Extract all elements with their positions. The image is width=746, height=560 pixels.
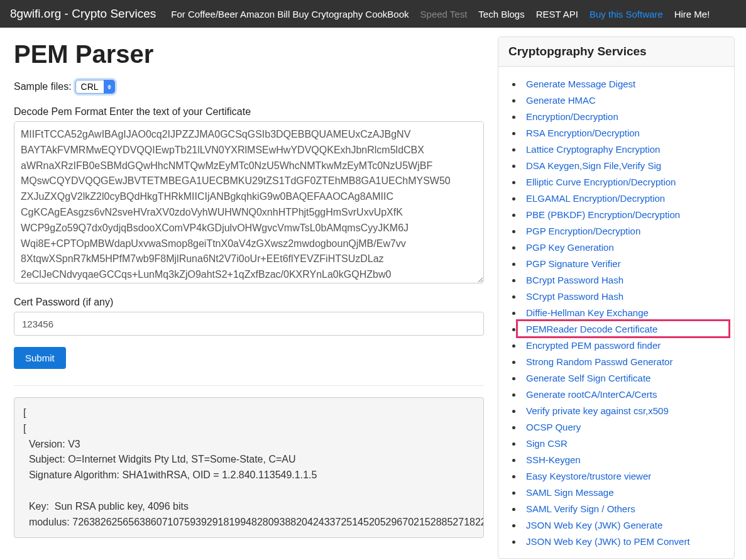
sample-files-row: Sample files: CRL	[14, 80, 484, 94]
divider	[14, 385, 484, 386]
sidebar-link[interactable]: PBE (PBKDF) Encryption/Decryption	[526, 209, 680, 220]
sidebar-link[interactable]: SCrypt Password Hash	[526, 291, 623, 302]
navbar-item-3[interactable]: REST API	[536, 9, 578, 19]
sidebar-item: Generate Self Sign Certificate	[517, 370, 729, 386]
output-box: [ [ Version: V3 Subject: O=Internet Widg…	[14, 397, 484, 538]
navbar-items: For Coffee/Beer Amazon Bill Buy Crytogra…	[171, 9, 736, 19]
sidebar-item: Lattice Cryptography Encryption	[517, 141, 729, 157]
sidebar-link[interactable]: OCSP Query	[526, 422, 581, 432]
page-title: PEM Parser	[14, 40, 484, 69]
sidebar-link[interactable]: ELGAMAL Encryption/Decryption	[526, 193, 665, 204]
sidebar-item: PEMReader Decode Certificate	[517, 321, 729, 337]
sidebar-item: Encrypted PEM password finder	[517, 337, 729, 353]
sidebar-link[interactable]: Strong Random Passwd Generator	[526, 356, 672, 367]
navbar-item-0[interactable]: For Coffee/Beer Amazon Bill Buy Crytogra…	[171, 9, 409, 19]
sidebar-item: OCSP Query	[517, 419, 729, 435]
sidebar-item: Generate Message Digest	[517, 75, 729, 92]
crypto-services-list: Generate Message DigestGenerate HMACEncr…	[498, 67, 734, 558]
sidebar-item: SAML Sign Message	[517, 484, 729, 500]
crypto-services-panel: Cryptopgraphy Services Generate Message …	[498, 36, 735, 559]
sidebar-item: RSA Encryption/Decryption	[517, 124, 729, 141]
sidebar-link[interactable]: Lattice Cryptography Encryption	[526, 144, 660, 155]
sidebar-item: Generate HMAC	[517, 92, 729, 108]
sidebar-link[interactable]: Encrypted PEM password finder	[526, 340, 661, 351]
cert-password-input[interactable]	[14, 312, 484, 336]
sidebar-item: Verify private key against csr,x509	[517, 402, 729, 419]
sidebar-item: PBE (PBKDF) Encryption/Decryption	[517, 206, 729, 222]
sidebar-item: Diffie-Hellman Key Exchange	[517, 304, 729, 321]
sidebar-link[interactable]: JSON Web Key (JWK) Generate	[526, 520, 662, 530]
sidebar: Cryptopgraphy Services Generate Message …	[498, 28, 746, 560]
sidebar-item: PGP Encryption/Decryption	[517, 222, 729, 239]
sidebar-link[interactable]: DSA Keygen,Sign File,Verify Sig	[526, 160, 661, 171]
sidebar-item: Generate rootCA/InterCA/Certs	[517, 386, 729, 402]
sidebar-item: Easy Keystore/trustore viewer	[517, 468, 729, 484]
sidebar-link[interactable]: BCrypt Password Hash	[526, 275, 623, 285]
sidebar-link[interactable]: Generate Self Sign Certificate	[526, 373, 650, 383]
sidebar-link[interactable]: PEMReader Decode Certificate	[526, 324, 657, 334]
sidebar-item: PGP Signature Verifier	[517, 255, 729, 272]
sidebar-link[interactable]: Encryption/Decryption	[526, 111, 618, 122]
sidebar-link[interactable]: SAML Verify Sign / Others	[526, 503, 635, 514]
sidebar-item: JSON Web Key (JWK) to PEM Convert	[517, 533, 729, 549]
navbar: 8gwifi.org - Crypto Services For Coffee/…	[0, 0, 746, 28]
cert-password-label: Cert Password (if any)	[14, 297, 484, 308]
sidebar-item: SSH-Keygen	[517, 451, 729, 468]
sidebar-item: ELGAMAL Encryption/Decryption	[517, 190, 729, 206]
crypto-services-header: Cryptopgraphy Services	[498, 37, 734, 67]
sidebar-item: Elliptic Curve Encryption/Decryption	[517, 173, 729, 190]
sidebar-link[interactable]: SSH-Keygen	[526, 454, 581, 465]
main-content: PEM Parser Sample files: CRL Decode Pem …	[0, 28, 498, 560]
sidebar-link[interactable]: Diffie-Hellman Key Exchange	[526, 307, 649, 318]
navbar-brand[interactable]: 8gwifi.org - Crypto Services	[10, 7, 156, 21]
sidebar-item: BCrypt Password Hash	[517, 272, 729, 288]
sidebar-item: SCrypt Password Hash	[517, 288, 729, 304]
sidebar-link[interactable]: Verify private key against csr,x509	[526, 405, 669, 416]
navbar-item-2[interactable]: Tech Blogs	[478, 9, 524, 19]
navbar-item-4[interactable]: Buy this Software	[590, 9, 663, 19]
sidebar-link[interactable]: Generate Message Digest	[526, 79, 635, 89]
sidebar-link[interactable]: Sign CSR	[526, 438, 568, 449]
sidebar-item: JSON Web Key (JWK) Generate	[517, 517, 729, 533]
sidebar-link[interactable]: Generate HMAC	[526, 95, 596, 106]
sidebar-link[interactable]: PGP Key Generation	[526, 242, 614, 253]
navbar-item-5[interactable]: Hire Me!	[674, 9, 710, 19]
sidebar-item: SAML Verify Sign / Others	[517, 500, 729, 517]
sidebar-link[interactable]: PGP Signature Verifier	[526, 258, 621, 269]
sidebar-link[interactable]: Elliptic Curve Encryption/Decryption	[526, 177, 676, 187]
sidebar-link[interactable]: Generate rootCA/InterCA/Certs	[526, 389, 657, 400]
sidebar-item: DSA Keygen,Sign File,Verify Sig	[517, 157, 729, 173]
sidebar-item: Strong Random Passwd Generator	[517, 353, 729, 370]
sidebar-link[interactable]: Easy Keystore/trustore viewer	[526, 471, 651, 481]
navbar-item-1[interactable]: Speed Test	[420, 9, 468, 19]
decode-label: Decode Pem Format Enter the text of your…	[14, 106, 484, 118]
sidebar-item: Sign CSR	[517, 435, 729, 451]
sample-files-select[interactable]: CRL	[75, 80, 115, 94]
sidebar-link[interactable]: PGP Encryption/Decryption	[526, 226, 640, 236]
sidebar-item: Encryption/Decryption	[517, 108, 729, 124]
sidebar-link[interactable]: RSA Encryption/Decryption	[526, 128, 640, 138]
sidebar-link[interactable]: JSON Web Key (JWK) to PEM Convert	[526, 536, 690, 547]
sidebar-item: PGP Key Generation	[517, 239, 729, 255]
sample-files-label: Sample files:	[14, 81, 72, 92]
sidebar-link[interactable]: SAML Sign Message	[526, 487, 614, 498]
submit-button[interactable]: Submit	[14, 347, 66, 369]
certificate-textarea[interactable]	[14, 121, 484, 283]
